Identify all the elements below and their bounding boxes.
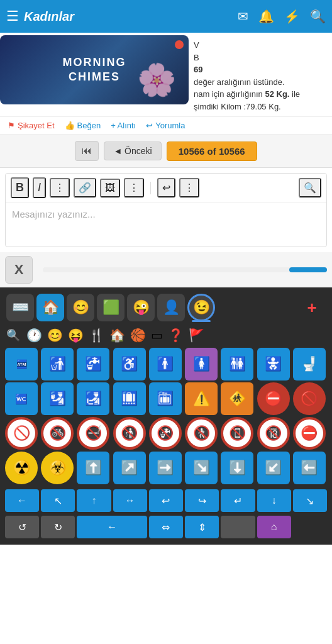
home-button[interactable]: 🏠 <box>36 294 64 321</box>
italic-button[interactable]: I <box>33 177 46 198</box>
mail-icon[interactable]: ✉ <box>238 9 248 24</box>
bell-icon[interactable]: 🔔 <box>258 9 274 24</box>
nav-upper-left-arrow[interactable]: ↖ <box>41 489 75 512</box>
sticker-button[interactable]: 🟩 <box>97 294 124 321</box>
prev-page-button[interactable]: ◄ Önceki <box>104 142 161 160</box>
litter-emoji[interactable]: 🚮 <box>41 348 74 380</box>
bold-button[interactable]: B <box>11 177 29 198</box>
scroll-bar[interactable] <box>43 267 327 272</box>
avatar-button[interactable]: 👤 <box>157 294 185 321</box>
nav-left-arrow[interactable]: ← <box>5 489 39 512</box>
nav-up-arrow[interactable]: ↑ <box>77 489 111 512</box>
card-flower-icon: 🌸 <box>137 62 176 98</box>
action-bar: ⚑ Şikayet Et 👍 Beğen + Alıntı ↩ Yorumla <box>0 116 332 135</box>
more-options-button-2[interactable]: ⋮ <box>124 178 144 197</box>
nav-lower-right-arrow[interactable]: ↘ <box>293 489 327 512</box>
like-button[interactable]: 👍 Beğen <box>65 121 101 130</box>
arrow-upper-right-emoji[interactable]: ↗️ <box>113 452 146 484</box>
emoji-basketball[interactable]: 🏀 <box>130 328 146 343</box>
no-bikes-emoji[interactable]: 🚫 <box>5 417 38 450</box>
close-button[interactable]: X <box>5 256 33 284</box>
editor-toolbar: B I ⋮ 🔗 🖼 ⋮ ↩ ⋮ 🔍 <box>6 174 326 203</box>
emoji-rectangle[interactable]: ▭ <box>151 328 163 343</box>
mens-emoji[interactable]: 🚹 <box>149 348 182 380</box>
arrow-right-emoji[interactable]: ➡️ <box>149 452 182 484</box>
keyboard-button[interactable]: ⌨️ <box>6 294 34 321</box>
animated-emoji-button[interactable]: 😜 <box>127 294 155 321</box>
home-keyboard-icon[interactable]: ⌂ <box>257 516 291 538</box>
emoji-clock[interactable]: 🕐 <box>26 328 42 343</box>
womens-emoji[interactable]: 🚺 <box>185 348 218 380</box>
toilet-emoji[interactable]: 🚽 <box>293 348 326 380</box>
baggage-claim-emoji[interactable]: 🛄 <box>113 382 146 415</box>
nav-return-arrow[interactable]: ↩ <box>149 489 183 512</box>
no-cycling-emoji[interactable]: 🚳 <box>41 417 74 450</box>
arrow-lower-left-emoji[interactable]: ↙️ <box>257 452 290 484</box>
radioactive-emoji[interactable]: ☢️ <box>5 452 38 484</box>
passport-control-emoji[interactable]: 🛂 <box>41 382 74 415</box>
menu-icon[interactable]: ☰ <box>6 8 19 25</box>
undo-button[interactable]: ↩ <box>157 178 175 197</box>
emoji-smile[interactable]: 😊 <box>47 328 63 343</box>
no-entry-sign-emoji[interactable]: ⛔ <box>293 417 326 450</box>
emoji-fork[interactable]: 🍴 <box>89 328 104 343</box>
atm-emoji[interactable]: 🏧 <box>5 348 38 380</box>
left-luggage-emoji[interactable]: 🛅 <box>149 382 182 415</box>
top-bar: ☰ Kadınlar ✉ 🔔 ⚡ 🔍 <box>0 0 332 33</box>
customs-emoji[interactable]: 🛃 <box>77 382 109 415</box>
reply-button[interactable]: ↩ Yorumla <box>146 121 185 130</box>
nav-down-arrow[interactable]: ↓ <box>257 489 291 512</box>
nav-left-right-arrow[interactable]: ↔ <box>113 489 147 512</box>
emoji-search-icon[interactable]: 🔍 <box>6 328 20 342</box>
search-content-button[interactable]: 🔍 <box>299 178 321 197</box>
arrow-down-emoji[interactable]: ⬇️ <box>221 452 253 484</box>
nav-return-right-arrow[interactable]: ↪ <box>185 489 219 512</box>
arrow-back-icon[interactable]: ← <box>77 516 147 538</box>
image-button[interactable]: 🖼 <box>100 179 120 197</box>
rotate-right-icon[interactable]: ↻ <box>41 516 75 538</box>
complaint-icon: ⚑ <box>8 121 15 130</box>
emoji-face-button[interactable]: 😊 <box>67 294 94 321</box>
more-options-button-3[interactable]: ⋮ <box>179 178 199 197</box>
emoji-question[interactable]: ❓ <box>168 328 184 343</box>
nav-down-left-arrow[interactable]: ↵ <box>221 489 255 512</box>
more-options-button-1[interactable]: ⋮ <box>50 178 70 197</box>
biohazard-emoji[interactable]: ☣️ <box>41 452 74 484</box>
children-crossing-emoji[interactable]: 🚸 <box>221 382 253 415</box>
no-pedestrians-emoji[interactable]: 🚷 <box>185 417 218 450</box>
no-under-18-emoji[interactable]: 🔞 <box>257 417 290 450</box>
content-text: V B 69 değer aralığının üstünde. nam içi… <box>194 39 327 113</box>
card-dot <box>175 40 184 49</box>
arrow-lower-right-emoji[interactable]: ↘️ <box>185 452 218 484</box>
search-icon[interactable]: 🔍 <box>310 9 326 24</box>
lightning-icon[interactable]: ⚡ <box>284 9 300 24</box>
emoji-flag[interactable]: 🚩 <box>189 328 204 343</box>
link-button[interactable]: 🔗 <box>74 178 96 197</box>
prohibited-emoji[interactable]: 🚫 <box>293 382 326 415</box>
quote-button[interactable]: + Alıntı <box>111 121 136 130</box>
emoji-tongue[interactable]: 😝 <box>68 328 84 343</box>
arrow-up-emoji[interactable]: ⬆️ <box>77 452 109 484</box>
wheelchair-emoji[interactable]: ♿ <box>113 348 146 380</box>
restroom-emoji[interactable]: 🚻 <box>221 348 253 380</box>
no-entry-emoji[interactable]: ⛔ <box>257 382 290 415</box>
no-littering-emoji[interactable]: 🚯 <box>113 417 146 450</box>
first-page-button[interactable]: ⏮ <box>75 141 99 161</box>
arrow-left-emoji[interactable]: ⬅️ <box>293 452 326 484</box>
baby-emoji[interactable]: 🚼 <box>257 348 290 380</box>
arrows-horizontal-icon[interactable]: ⇔ <box>149 516 183 538</box>
complaint-button[interactable]: ⚑ Şikayet Et <box>8 121 55 130</box>
keyboard-nav-row: ← ↖ ↑ ↔ ↩ ↪ ↵ ↓ ↘ <box>3 487 329 513</box>
rotate-left-icon[interactable]: ↺ <box>5 516 39 538</box>
no-smoking-emoji[interactable]: 🚭 <box>77 417 109 450</box>
arrows-vertical-icon[interactable]: ⇕ <box>185 516 219 538</box>
winking-emoji-button[interactable]: 😉 <box>187 294 215 321</box>
emoji-house[interactable]: 🏠 <box>109 328 125 343</box>
add-category-button[interactable]: + <box>298 294 326 321</box>
non-potable-water-emoji[interactable]: 🚱 <box>149 417 182 450</box>
potable-water-emoji[interactable]: 🚰 <box>77 348 109 380</box>
message-input[interactable]: Mesajınızı yazınız... <box>6 203 326 247</box>
wc-emoji[interactable]: 🚾 <box>5 382 38 415</box>
no-mobile-phones-emoji[interactable]: 📵 <box>221 417 253 450</box>
warning-emoji[interactable]: ⚠️ <box>185 382 218 415</box>
